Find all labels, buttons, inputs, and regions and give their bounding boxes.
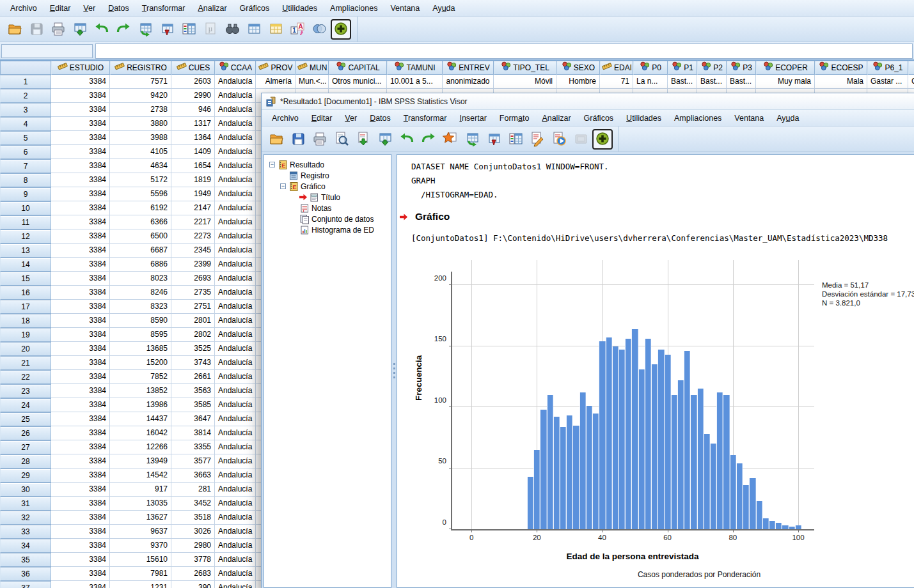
row-header-17[interactable]: 17 — [0, 300, 51, 314]
menu-archivo[interactable]: Archivo — [4, 2, 43, 15]
row-header-32[interactable]: 32 — [0, 511, 51, 525]
open-data-icon[interactable] — [4, 19, 25, 40]
row-header-10[interactable]: 10 — [0, 201, 51, 215]
row-header-7[interactable]: 7 — [0, 159, 51, 173]
print-icon[interactable] — [310, 129, 330, 150]
viewer-menu-ayuda[interactable]: Ayuda — [770, 112, 805, 125]
viewer-menu-utilidades[interactable]: Utilidades — [620, 112, 668, 125]
data-cell[interactable]: Andalucía — [215, 244, 256, 258]
menu-editar[interactable]: Editar — [43, 2, 77, 15]
data-cell[interactable]: 3384 — [51, 356, 110, 370]
data-cell[interactable]: 2345 — [171, 244, 215, 258]
data-cell[interactable]: Andalucía — [215, 103, 256, 117]
data-cell[interactable]: Andalucía — [215, 173, 256, 187]
row-header-33[interactable]: 33 — [0, 525, 51, 539]
data-cell[interactable]: 3384 — [51, 454, 110, 468]
data-cell[interactable]: 3384 — [51, 497, 110, 511]
data-cell[interactable]: Andalucía — [215, 525, 256, 539]
data-cell[interactable]: 3988 — [110, 131, 171, 145]
outline-item-notas[interactable]: iNotas — [267, 203, 391, 213]
data-cell[interactable]: Andalucía — [215, 314, 256, 328]
data-cell[interactable]: 7981 — [110, 567, 171, 581]
data-cell[interactable]: 13852 — [110, 384, 171, 398]
variables-icon[interactable] — [505, 129, 526, 150]
data-cell[interactable]: 3384 — [51, 553, 110, 567]
designate-window-icon[interactable] — [592, 129, 613, 150]
data-cell[interactable]: 5172 — [110, 173, 171, 187]
data-cell[interactable]: 6687 — [110, 244, 171, 258]
data-cell[interactable]: 13986 — [110, 398, 171, 412]
data-cell[interactable]: Andalucía — [215, 215, 256, 229]
open-output-icon[interactable] — [266, 129, 287, 150]
goto-data-icon[interactable] — [440, 129, 461, 150]
column-header-P2[interactable]: P2 — [697, 61, 727, 75]
data-cell[interactable]: 1409 — [171, 145, 215, 159]
data-cell[interactable]: Andalucía — [215, 483, 256, 497]
data-cell[interactable]: 3384 — [51, 384, 110, 398]
data-cell[interactable]: Muy mala — [756, 75, 815, 89]
row-header-6[interactable]: 6 — [0, 145, 51, 159]
data-cell[interactable]: 1949 — [171, 187, 215, 201]
data-cell[interactable]: 13627 — [110, 511, 171, 525]
menu-datos[interactable]: Datos — [102, 2, 136, 15]
data-cell[interactable]: 3384 — [51, 229, 110, 244]
data-cell[interactable]: 1364 — [171, 131, 215, 145]
data-cell[interactable]: Andalucía — [215, 553, 256, 567]
outline-item-titulo[interactable]: Título — [267, 192, 391, 203]
descriptives-icon[interactable]: µ — [200, 19, 221, 40]
row-header-23[interactable]: 23 — [0, 384, 51, 398]
data-cell[interactable]: Andalucía — [215, 454, 256, 468]
data-cell[interactable]: 3026 — [171, 525, 215, 539]
column-header-ESTUDIO[interactable]: ESTUDIO — [51, 61, 110, 75]
data-cell[interactable]: 14437 — [110, 412, 171, 426]
data-cell[interactable]: 3384 — [51, 201, 110, 215]
data-cell[interactable]: 3814 — [171, 426, 215, 440]
data-cell[interactable]: Andalucía — [215, 384, 256, 398]
data-cell[interactable]: 3384 — [51, 258, 110, 272]
dataset-path-line[interactable]: [ConjuntoDatos1] F:\Contenido\HiDrive\us… — [411, 233, 914, 243]
data-cell[interactable]: Andalucía — [215, 342, 256, 356]
data-cell[interactable]: 8323 — [110, 300, 171, 314]
data-cell[interactable]: 2751 — [171, 300, 215, 314]
undo-icon[interactable] — [91, 19, 112, 40]
data-cell[interactable]: Andalucía — [215, 201, 256, 215]
data-cell[interactable]: 2683 — [171, 567, 215, 581]
data-cell[interactable]: 946 — [171, 103, 215, 117]
data-cell[interactable]: Bast... — [727, 75, 756, 89]
data-cell[interactable]: 9637 — [110, 525, 171, 539]
data-cell[interactable]: 3384 — [51, 370, 110, 384]
data-cell[interactable]: 3525 — [171, 342, 215, 356]
data-cell[interactable]: 9420 — [110, 89, 171, 103]
data-cell[interactable]: Bast... — [697, 75, 727, 89]
data-cell[interactable]: 13035 — [110, 497, 171, 511]
data-cell[interactable]: Bast... — [668, 75, 697, 89]
data-cell[interactable]: 4634 — [110, 159, 171, 173]
data-cell[interactable]: 3384 — [51, 581, 110, 588]
data-cell[interactable]: 3880 — [110, 117, 171, 131]
data-cell[interactable]: Andalucía — [215, 497, 256, 511]
data-cell[interactable]: 8246 — [110, 286, 171, 300]
data-cell[interactable]: 6366 — [110, 215, 171, 229]
data-cell[interactable]: 2980 — [171, 539, 215, 553]
data-cell[interactable]: Andalucía — [215, 131, 256, 145]
data-cell[interactable]: 4105 — [110, 145, 171, 159]
column-header-TIPO_TEL[interactable]: TIPO_TEL — [494, 61, 556, 75]
menu-utilidades[interactable]: Utilidades — [276, 2, 324, 15]
menu-ver[interactable]: Ver — [77, 2, 102, 15]
menu-graficos[interactable]: Gráficos — [233, 2, 276, 15]
data-cell[interactable]: 3518 — [171, 511, 215, 525]
column-header-EDAD[interactable]: EDAD — [600, 61, 633, 75]
data-cell[interactable]: 3384 — [51, 272, 110, 286]
data-cell[interactable]: 8023 — [110, 272, 171, 286]
data-cell[interactable]: 8590 — [110, 314, 171, 328]
row-header-1[interactable]: 1 — [0, 75, 51, 89]
row-header-13[interactable]: 13 — [0, 244, 51, 258]
cell-editor-field[interactable] — [95, 43, 913, 59]
data-cell[interactable]: Andalucía — [215, 426, 256, 440]
goto-case-icon[interactable] — [462, 129, 482, 150]
column-header-CAPITAL[interactable]: CAPITAL — [329, 61, 387, 75]
data-cell[interactable]: Gastar ... — [867, 75, 908, 89]
data-cell[interactable]: Andalucía — [215, 328, 256, 342]
data-cell[interactable]: 3778 — [171, 553, 215, 567]
data-cell[interactable]: Almería — [256, 75, 295, 89]
